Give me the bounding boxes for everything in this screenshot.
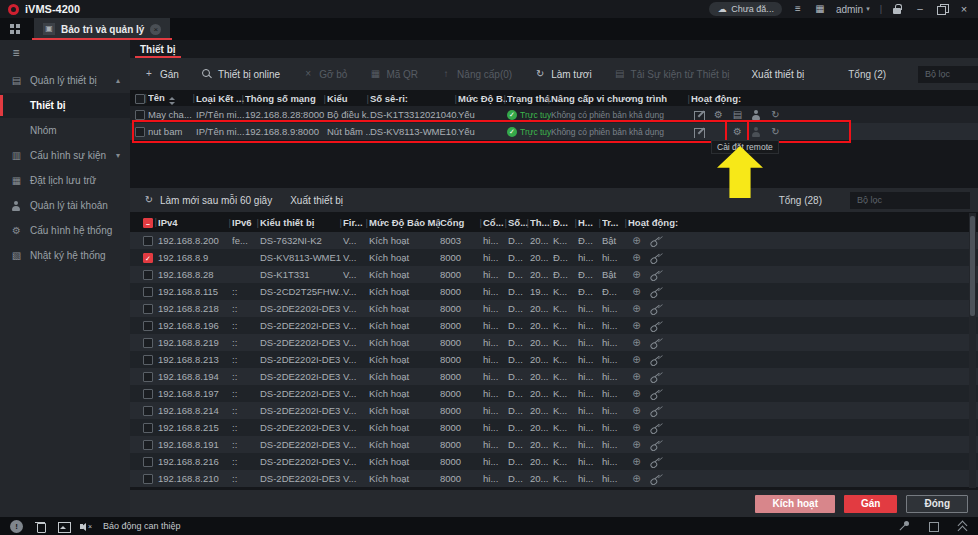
key-icon[interactable] bbox=[647, 388, 665, 400]
key-icon[interactable] bbox=[647, 320, 665, 332]
add-device-button[interactable]: +Gán bbox=[143, 68, 179, 80]
scrollbar-thumb[interactable] bbox=[970, 216, 975, 316]
checkbox[interactable] bbox=[143, 389, 153, 399]
qr-code-button[interactable]: ▦Mã QR bbox=[369, 68, 418, 80]
key-icon[interactable] bbox=[647, 303, 665, 315]
refresh-icon[interactable]: ↻ bbox=[769, 109, 782, 121]
tab-maintenance-management[interactable]: ▣ Bảo trì và quản lý × bbox=[34, 18, 170, 40]
key-icon[interactable] bbox=[647, 269, 665, 281]
sidebar-item-event-config[interactable]: ▥Cấu hình sự kiện▾ bbox=[0, 143, 130, 168]
column-header[interactable]: Th... bbox=[530, 217, 553, 228]
activate-button[interactable]: Kích hoạt bbox=[755, 495, 835, 513]
monitor-icon[interactable]: ▤ bbox=[731, 109, 744, 121]
checkbox[interactable] bbox=[143, 236, 153, 246]
key-icon[interactable] bbox=[647, 473, 665, 485]
image-icon[interactable] bbox=[57, 520, 69, 532]
column-header[interactable]: Mức Độ Báo Mật bbox=[369, 217, 440, 228]
tab-close-icon[interactable]: × bbox=[150, 24, 161, 35]
checkbox[interactable] bbox=[143, 457, 153, 467]
column-header[interactable]: Kiểu thiết bị bbox=[260, 217, 343, 228]
key-icon[interactable] bbox=[647, 439, 665, 451]
delete-device-button[interactable]: ×Gỡ bỏ bbox=[302, 68, 347, 80]
online-device-row[interactable]: 192.168.8.213::DS-2DE2202I-DE3V...Kích h… bbox=[130, 351, 978, 368]
device-row[interactable]: nut bamIP/Tên mi...192.168.8.9:8000Nút b… bbox=[130, 123, 978, 140]
key-icon[interactable] bbox=[647, 422, 665, 434]
checkbox[interactable] bbox=[143, 423, 153, 433]
apps-menu-icon[interactable] bbox=[9, 23, 21, 35]
add-button[interactable]: Gán bbox=[844, 495, 897, 513]
edit-icon[interactable] bbox=[693, 109, 706, 121]
alarm-icon[interactable]: ! bbox=[10, 520, 23, 533]
column-header[interactable]: Thông số mạng bbox=[245, 93, 327, 104]
column-header[interactable]: Mức Độ B... bbox=[458, 93, 507, 104]
subtab-device[interactable]: Thiết bị bbox=[135, 40, 181, 58]
key-icon[interactable] bbox=[647, 235, 665, 247]
column-header[interactable]: IPv4 bbox=[158, 217, 232, 228]
export-online-button[interactable]: Xuất thiết bị bbox=[290, 195, 343, 206]
online-device-row[interactable]: 192.168.8.28DS-K1T331V...Kích hoạt8000hi… bbox=[130, 266, 978, 283]
key-icon[interactable] bbox=[647, 405, 665, 417]
minimize-button[interactable]: – bbox=[914, 3, 926, 15]
column-header[interactable]: Loại Kết ... bbox=[196, 93, 245, 104]
key-icon[interactable] bbox=[647, 354, 665, 366]
window-layout-icon[interactable]: ▦ bbox=[814, 3, 826, 15]
lock-icon[interactable] bbox=[892, 3, 904, 15]
checkbox[interactable] bbox=[143, 287, 153, 297]
key-icon[interactable] bbox=[647, 456, 665, 468]
globe-icon[interactable]: ⊕ bbox=[630, 405, 643, 417]
checkbox[interactable] bbox=[135, 110, 145, 120]
globe-icon[interactable]: ⊕ bbox=[630, 473, 643, 485]
key-icon[interactable] bbox=[647, 371, 665, 383]
column-header[interactable]: Kiểu bbox=[327, 93, 370, 104]
globe-icon[interactable]: ⊕ bbox=[630, 354, 643, 366]
column-header[interactable]: Số sê-ri: bbox=[370, 93, 458, 104]
online-device-row[interactable]: 192.168.8.196::DS-2DE2202I-DE3V...Kích h… bbox=[130, 317, 978, 334]
person-icon[interactable] bbox=[750, 109, 763, 121]
online-device-row[interactable]: 192.168.8.214::DS-2DE2202I-DE3V...Kích h… bbox=[130, 402, 978, 419]
globe-icon[interactable]: ⊕ bbox=[630, 235, 643, 247]
column-header[interactable]: Nâng cấp vi chương trình bbox=[551, 93, 691, 104]
online-device-row[interactable]: 192.168.8.191::DS-2DE2202I-DE3V...Kích h… bbox=[130, 436, 978, 453]
device-row[interactable]: May cha...IP/Tên mi...192.168.8.28:8000B… bbox=[130, 106, 978, 123]
checkbox[interactable] bbox=[143, 372, 153, 382]
online-device-row[interactable]: 192.168.8.194::DS-2DE2202I-DE3V...Kích h… bbox=[130, 368, 978, 385]
trash-icon[interactable] bbox=[34, 520, 46, 532]
panel-icon[interactable] bbox=[927, 520, 939, 532]
checkbox[interactable] bbox=[135, 127, 145, 137]
close-dialog-button[interactable]: Đóng bbox=[906, 495, 968, 513]
column-header[interactable]: Hoạt động: bbox=[628, 217, 978, 228]
column-header[interactable]: Trạng thá... bbox=[507, 93, 551, 104]
online-device-row[interactable]: 192.168.8.210::DS-2DE2202I-DE3V...Kích h… bbox=[130, 470, 978, 487]
checkbox[interactable]: ✓ bbox=[143, 253, 153, 263]
pin-icon[interactable] bbox=[898, 520, 910, 532]
sort-icon[interactable] bbox=[169, 97, 175, 105]
globe-icon[interactable]: ⊕ bbox=[630, 422, 643, 434]
globe-icon[interactable]: ⊕ bbox=[630, 456, 643, 468]
checkbox[interactable] bbox=[143, 321, 153, 331]
refresh-icon[interactable]: ↻ bbox=[769, 126, 782, 138]
restore-button[interactable] bbox=[936, 3, 948, 15]
column-header[interactable]: Đ... bbox=[553, 217, 578, 228]
sidebar-item-system-log[interactable]: ▧Nhật ký hệ thống bbox=[0, 243, 130, 268]
column-header[interactable]: Hoạt động: bbox=[691, 93, 978, 104]
online-device-row[interactable]: 192.168.8.200fe...DS-7632NI-K2V...Kích h… bbox=[130, 232, 978, 249]
hamburger-icon[interactable]: ≡ bbox=[10, 47, 22, 59]
checkbox[interactable]: – bbox=[143, 218, 153, 228]
get-events-button[interactable]: ▤Tải Sự kiện từ Thiết bị bbox=[614, 68, 730, 80]
globe-icon[interactable]: ⊕ bbox=[630, 269, 643, 281]
cloud-status-button[interactable]: ☁ Chưa đă... bbox=[709, 2, 782, 16]
key-icon[interactable] bbox=[647, 252, 665, 264]
column-header[interactable]: Cổ... bbox=[483, 217, 508, 228]
column-header[interactable]: Tr... bbox=[602, 217, 628, 228]
online-device-row[interactable]: 192.168.8.219::DS-2DE2202I-DE3V...Kích h… bbox=[130, 334, 978, 351]
checkbox[interactable] bbox=[143, 355, 153, 365]
collapse-icon[interactable] bbox=[956, 520, 968, 532]
column-header[interactable]: Fir... bbox=[343, 217, 369, 228]
column-header[interactable]: Tên bbox=[148, 92, 196, 105]
globe-icon[interactable]: ⊕ bbox=[630, 388, 643, 400]
edit-icon[interactable] bbox=[693, 126, 706, 138]
user-menu[interactable]: admin ▾ bbox=[836, 4, 870, 15]
checkbox[interactable] bbox=[143, 406, 153, 416]
online-device-row[interactable]: 192.168.8.215::DS-2DE2202I-DE3V...Kích h… bbox=[130, 419, 978, 436]
auto-refresh-button[interactable]: ↻ Làm mới sau mỗi 60 giây bbox=[143, 194, 272, 206]
